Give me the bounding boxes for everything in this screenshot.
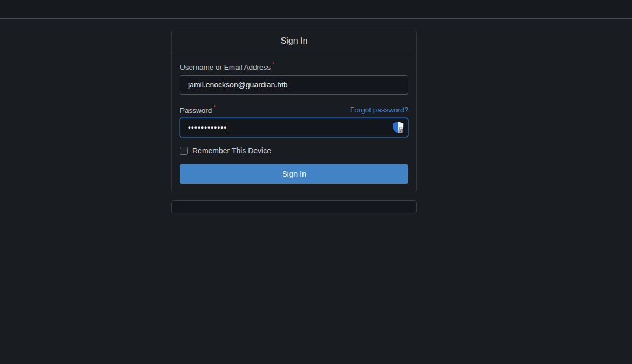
signin-card: Sign In Username or Email Address* Passw… <box>171 30 417 192</box>
text-caret <box>228 123 228 132</box>
bitwarden-shield-lock-icon[interactable] <box>392 121 404 134</box>
forgot-password-link[interactable]: Forgot password? <box>350 106 408 114</box>
sign-in-button[interactable]: Sign In <box>180 164 408 184</box>
username-label-text: Username or Email Address <box>180 63 271 71</box>
signin-card-body: Username or Email Address* Password* For… <box>172 52 416 192</box>
password-masked-value: •••••••••••• <box>188 118 227 137</box>
username-input[interactable] <box>180 75 408 95</box>
auth-column: Sign In Username or Email Address* Passw… <box>171 30 417 213</box>
signin-card-title: Sign In <box>172 30 416 52</box>
username-required-marker: * <box>272 61 274 68</box>
footer-panel <box>171 200 417 213</box>
remember-device-row[interactable]: Remember This Device <box>180 146 408 155</box>
username-label: Username or Email Address* <box>180 61 274 71</box>
password-label: Password* <box>180 104 216 114</box>
username-field-group: Username or Email Address* <box>180 61 408 95</box>
password-label-text: Password <box>180 106 212 114</box>
remember-device-checkbox[interactable] <box>180 147 188 155</box>
top-navigation-bar <box>0 0 632 19</box>
password-required-marker: * <box>213 104 216 111</box>
password-input[interactable]: •••••••••••• <box>180 118 408 137</box>
remember-device-label: Remember This Device <box>192 146 271 155</box>
password-field-group: Password* Forgot password? •••••••••••• <box>180 104 408 138</box>
